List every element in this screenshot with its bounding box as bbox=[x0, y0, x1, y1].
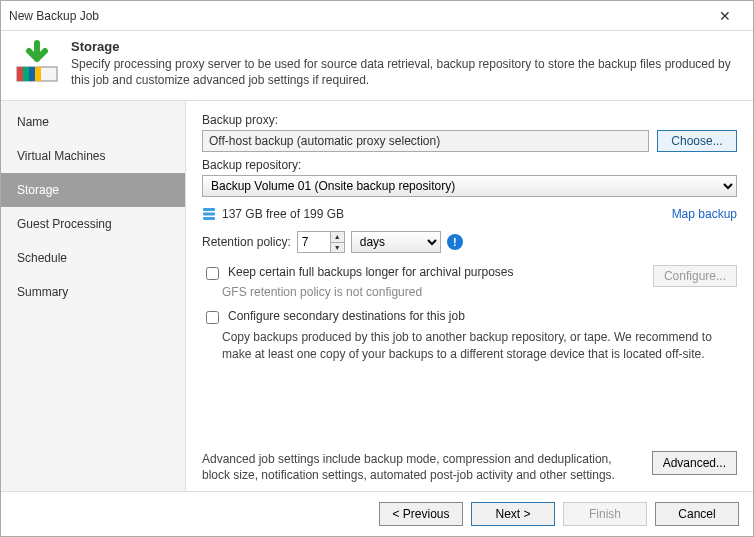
window-title: New Backup Job bbox=[9, 9, 705, 23]
retention-step-down-icon[interactable]: ▼ bbox=[331, 243, 344, 253]
sidebar-item-schedule[interactable]: Schedule bbox=[1, 241, 185, 275]
header-text: Storage Specify processing proxy server … bbox=[71, 39, 741, 88]
wizard-header: Storage Specify processing proxy server … bbox=[1, 31, 753, 101]
backup-proxy-field[interactable]: Off-host backup (automatic proxy selecti… bbox=[202, 130, 649, 152]
map-backup-link[interactable]: Map backup bbox=[672, 207, 737, 221]
sidebar-item-summary[interactable]: Summary bbox=[1, 275, 185, 309]
sidebar-item-virtual-machines[interactable]: Virtual Machines bbox=[1, 139, 185, 173]
svg-rect-4 bbox=[35, 67, 41, 81]
close-icon[interactable]: ✕ bbox=[705, 2, 745, 30]
sidebar-item-guest-processing[interactable]: Guest Processing bbox=[1, 207, 185, 241]
next-button[interactable]: Next > bbox=[471, 502, 555, 526]
svg-rect-6 bbox=[203, 213, 215, 216]
storage-header-icon bbox=[13, 39, 61, 87]
svg-rect-7 bbox=[203, 217, 215, 220]
advanced-desc: Advanced job settings include backup mod… bbox=[202, 451, 634, 483]
sidebar-item-name[interactable]: Name bbox=[1, 105, 185, 139]
secondary-dest-label: Configure secondary destinations for thi… bbox=[228, 309, 465, 323]
page-subtitle: Specify processing proxy server to be us… bbox=[71, 56, 741, 88]
gfs-checkbox[interactable] bbox=[206, 267, 219, 280]
info-icon[interactable]: ! bbox=[447, 234, 463, 250]
previous-button[interactable]: < Previous bbox=[379, 502, 463, 526]
backup-repository-select[interactable]: Backup Volume 01 (Onsite backup reposito… bbox=[202, 175, 737, 197]
backup-repository-label: Backup repository: bbox=[202, 158, 737, 172]
titlebar: New Backup Job ✕ bbox=[1, 1, 753, 31]
retention-unit-select[interactable]: days bbox=[351, 231, 441, 253]
gfs-checkbox-label: Keep certain full backups longer for arc… bbox=[228, 265, 514, 279]
cancel-button[interactable]: Cancel bbox=[655, 502, 739, 526]
free-space-text: 137 GB free of 199 GB bbox=[222, 207, 344, 221]
backup-proxy-label: Backup proxy: bbox=[202, 113, 737, 127]
secondary-dest-desc: Copy backups produced by this job to ano… bbox=[222, 329, 737, 361]
choose-proxy-button[interactable]: Choose... bbox=[657, 130, 737, 152]
wizard-footer: < Previous Next > Finish Cancel bbox=[1, 491, 753, 536]
finish-button: Finish bbox=[563, 502, 647, 526]
page-title: Storage bbox=[71, 39, 741, 54]
gfs-subtext: GFS retention policy is not configured bbox=[222, 285, 653, 299]
advanced-button[interactable]: Advanced... bbox=[652, 451, 737, 475]
wizard-content: Backup proxy: Off-host backup (automatic… bbox=[186, 101, 753, 491]
sidebar-item-storage[interactable]: Storage bbox=[1, 173, 185, 207]
retention-step-up-icon[interactable]: ▲ bbox=[331, 232, 344, 243]
svg-rect-1 bbox=[17, 67, 23, 81]
secondary-dest-checkbox[interactable] bbox=[206, 311, 219, 324]
retention-value-input[interactable] bbox=[298, 232, 330, 252]
gfs-configure-button: Configure... bbox=[653, 265, 737, 287]
disk-icon bbox=[202, 207, 216, 221]
svg-rect-5 bbox=[203, 208, 215, 211]
retention-value-stepper[interactable]: ▲ ▼ bbox=[297, 231, 345, 253]
svg-rect-3 bbox=[29, 67, 35, 81]
wizard-window: New Backup Job ✕ Storage Specify process… bbox=[0, 0, 754, 537]
wizard-sidebar: Name Virtual Machines Storage Guest Proc… bbox=[1, 101, 186, 491]
retention-policy-label: Retention policy: bbox=[202, 235, 291, 249]
svg-rect-2 bbox=[23, 67, 29, 81]
